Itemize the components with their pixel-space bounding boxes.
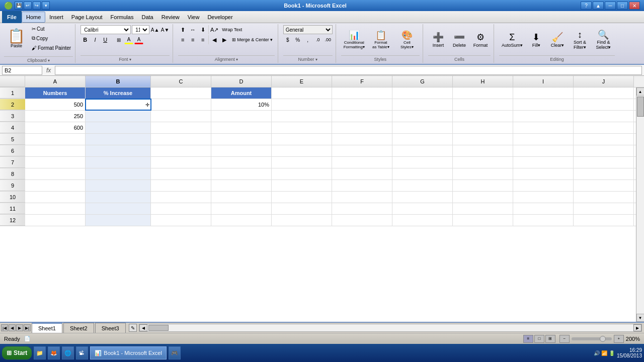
cell-A8[interactable] xyxy=(25,168,86,179)
scroll-thumb[interactable] xyxy=(637,97,644,117)
cell-E10[interactable] xyxy=(272,192,332,203)
wrap-text-button[interactable]: Wrap Text xyxy=(220,25,244,34)
sheet-tab-1[interactable]: Sheet1 xyxy=(32,323,62,333)
zoom-slider-thumb[interactable] xyxy=(600,336,606,342)
cell-E8[interactable] xyxy=(272,168,332,179)
cell-G2[interactable] xyxy=(392,99,453,110)
cell-C5[interactable] xyxy=(151,134,211,145)
cell-A6[interactable] xyxy=(25,145,86,156)
cell-A12[interactable] xyxy=(25,215,86,226)
cell-A5[interactable] xyxy=(25,134,86,145)
taskbar-app5[interactable]: 🎮 xyxy=(169,346,181,359)
align-center-btn[interactable]: ≡ xyxy=(188,35,197,44)
cell-I4[interactable] xyxy=(513,122,574,133)
cell-E3[interactable] xyxy=(272,111,332,122)
cell-D1[interactable]: Amount xyxy=(211,87,272,99)
cell-G8[interactable] xyxy=(392,168,453,179)
cut-button[interactable]: ✂ Cut xyxy=(30,24,73,33)
cell-B10[interactable] xyxy=(86,192,151,203)
cell-B7[interactable] xyxy=(86,157,151,168)
cell-B8[interactable] xyxy=(86,168,151,179)
cell-E11[interactable] xyxy=(272,203,332,214)
h-scroll-thumb[interactable] xyxy=(148,325,169,331)
cell-H8[interactable] xyxy=(453,168,513,179)
cell-D6[interactable] xyxy=(211,145,272,156)
redo-quick-btn[interactable]: ↪ xyxy=(33,2,41,10)
sheet-tab-3[interactable]: Sheet3 xyxy=(95,323,126,333)
align-bottom-btn[interactable]: ⬇ xyxy=(198,25,207,34)
comma-btn[interactable]: , xyxy=(303,35,312,44)
delete-button[interactable]: ➖ Delete xyxy=(449,25,469,54)
menu-insert[interactable]: Insert xyxy=(45,12,67,23)
cell-F12[interactable] xyxy=(332,215,392,226)
cell-B11[interactable] xyxy=(86,203,151,214)
minimize-btn[interactable]: ─ xyxy=(605,2,616,10)
cell-G12[interactable] xyxy=(392,215,453,226)
ribbon-collapse-btn[interactable]: ▲ xyxy=(593,2,604,10)
customize-quick-btn[interactable]: ▾ xyxy=(42,2,50,10)
cell-B6[interactable] xyxy=(86,145,151,156)
menu-view[interactable]: View xyxy=(184,12,204,23)
menu-data[interactable]: Data xyxy=(137,12,157,23)
cell-C9[interactable] xyxy=(151,180,211,191)
font-color-button[interactable]: A xyxy=(134,35,143,44)
sort-filter-button[interactable]: ↕ Sort &Filter▾ xyxy=(569,25,591,54)
cell-I12[interactable] xyxy=(513,215,574,226)
row-header-9[interactable]: 9 xyxy=(0,180,25,191)
cell-I3[interactable] xyxy=(513,111,574,122)
cell-B2[interactable]: ✛ xyxy=(86,99,151,110)
increase-font-btn[interactable]: A▲ xyxy=(150,25,159,34)
align-left-btn[interactable]: ≡ xyxy=(178,35,187,44)
row-header-1[interactable]: 1 xyxy=(0,87,25,99)
cell-C2[interactable] xyxy=(151,99,211,110)
cell-G3[interactable] xyxy=(392,111,453,122)
cell-I9[interactable] xyxy=(513,180,574,191)
col-header-B[interactable]: B xyxy=(86,76,151,87)
vertical-scrollbar[interactable]: ▲ ▼ xyxy=(636,87,644,322)
cell-H1[interactable] xyxy=(453,87,513,99)
col-header-D[interactable]: D xyxy=(211,76,272,87)
cell-H9[interactable] xyxy=(453,180,513,191)
menu-formulas[interactable]: Formulas xyxy=(107,12,138,23)
cell-I7[interactable] xyxy=(513,157,574,168)
zoom-out-btn[interactable]: − xyxy=(559,335,570,343)
percent-btn[interactable]: % xyxy=(293,35,302,44)
cell-J1[interactable] xyxy=(574,87,634,99)
horizontal-scrollbar[interactable]: ◀ ▶ xyxy=(139,324,642,332)
cell-D3[interactable] xyxy=(211,111,272,122)
autosum-button[interactable]: Σ AutoSum▾ xyxy=(499,25,525,54)
cell-E1[interactable] xyxy=(272,87,332,99)
zoom-in-btn[interactable]: + xyxy=(614,335,624,343)
align-top-btn[interactable]: ⬆ xyxy=(178,25,187,34)
row-header-8[interactable]: 8 xyxy=(0,168,25,179)
taskbar-excel[interactable]: 📊 Book1 - Microsoft Excel xyxy=(90,346,167,359)
cell-H4[interactable] xyxy=(453,122,513,133)
cell-J10[interactable] xyxy=(574,192,634,203)
col-header-A[interactable]: A xyxy=(25,76,86,87)
cell-H3[interactable] xyxy=(453,111,513,122)
cell-A7[interactable] xyxy=(25,157,86,168)
cell-B9[interactable] xyxy=(86,180,151,191)
row-header-2[interactable]: 2 xyxy=(0,99,25,110)
bold-button[interactable]: B xyxy=(80,35,90,44)
col-header-F[interactable]: F xyxy=(332,76,392,87)
cell-B12[interactable] xyxy=(86,215,151,226)
col-header-E[interactable]: E xyxy=(272,76,332,87)
cell-J6[interactable] xyxy=(574,145,634,156)
formula-input[interactable] xyxy=(55,66,642,75)
h-scroll-left-btn[interactable]: ◀ xyxy=(139,324,147,331)
fill-button[interactable]: ⬇ Fill▾ xyxy=(526,25,546,54)
cell-styles-button[interactable]: 🎨 CellStyles▾ xyxy=(394,25,420,54)
menu-review[interactable]: Review xyxy=(157,12,184,23)
cell-J5[interactable] xyxy=(574,134,634,145)
cell-H7[interactable] xyxy=(453,157,513,168)
normal-view-btn[interactable]: ≡ xyxy=(523,335,533,343)
cell-G6[interactable] xyxy=(392,145,453,156)
cell-B1[interactable]: % Increase xyxy=(86,87,151,99)
row-header-7[interactable]: 7 xyxy=(0,157,25,168)
increase-decimal-btn[interactable]: .00 xyxy=(324,35,333,44)
col-header-J[interactable]: J xyxy=(574,76,634,87)
cell-D2[interactable]: 10% xyxy=(211,99,272,110)
row-header-6[interactable]: 6 xyxy=(0,145,25,156)
undo-quick-btn[interactable]: ↩ xyxy=(24,2,32,10)
